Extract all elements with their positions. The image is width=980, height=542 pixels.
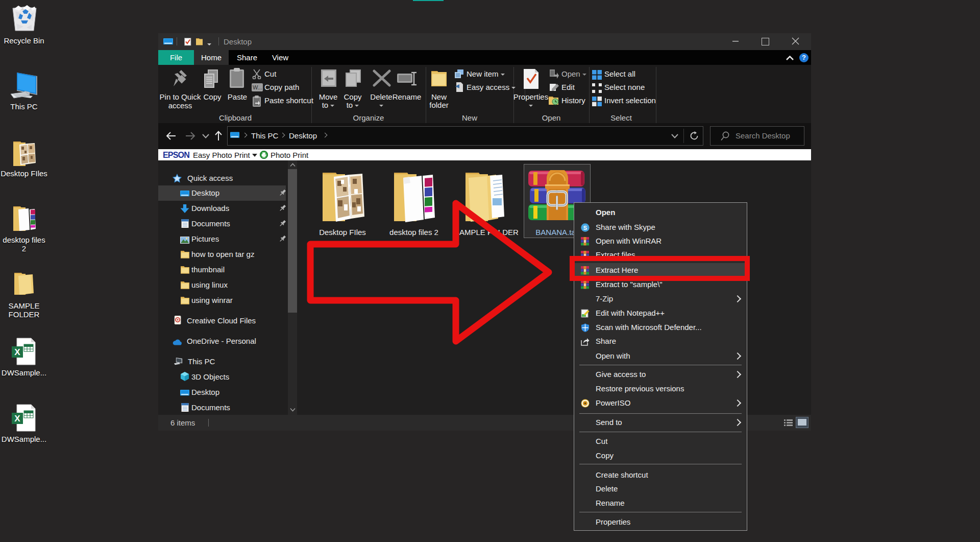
svg-text:W...: W...: [253, 84, 262, 90]
svg-text:X: X: [14, 347, 20, 357]
svg-text:S: S: [583, 225, 587, 231]
svg-text:X: X: [14, 414, 20, 423]
